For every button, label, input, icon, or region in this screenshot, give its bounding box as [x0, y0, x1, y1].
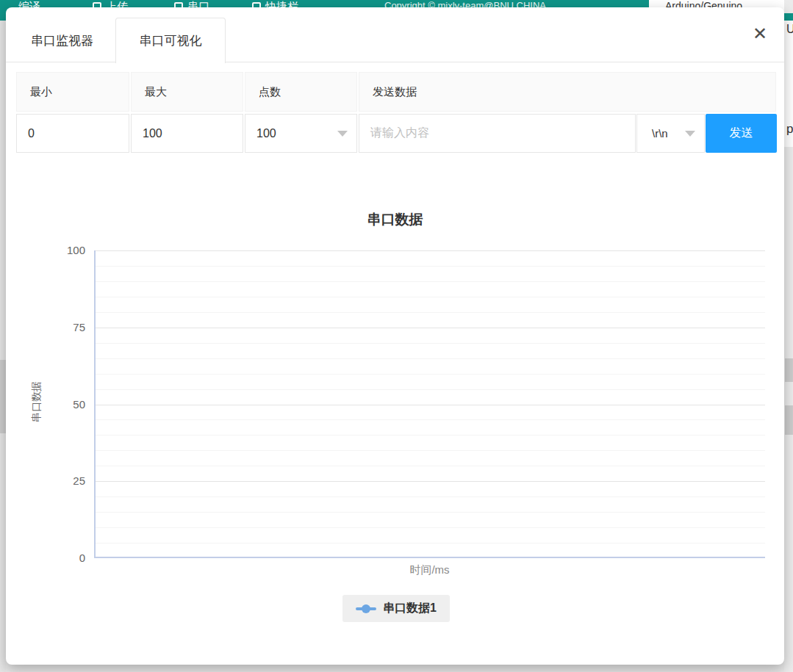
gridline: [96, 543, 765, 543]
y-tick-label: 100: [50, 244, 85, 256]
x-axis-label: 时间/ms: [94, 563, 765, 577]
line-ending-value: \r\n: [652, 127, 668, 140]
y-tick-label: 75: [50, 321, 85, 333]
tab-serial-visualization[interactable]: 串口可视化: [115, 18, 226, 63]
gridline: [96, 297, 765, 297]
header-max: 最大: [131, 72, 243, 112]
points-select[interactable]: 100: [245, 114, 357, 153]
gridline: [96, 496, 765, 497]
header-send-data: 发送数据: [359, 72, 776, 112]
message-input[interactable]: 请输入内容: [359, 114, 636, 153]
serial-dialog: 串口监视器 串口可视化 ✕ 最小 最大 点数 发送数据 0 100 100 请输…: [6, 7, 784, 665]
y-axis-label: 串口数据: [30, 358, 43, 446]
points-value: 100: [256, 127, 276, 140]
legend-item[interactable]: 串口数据1: [342, 595, 450, 622]
y-tick-label: 25: [50, 474, 85, 487]
gridline: [96, 450, 765, 451]
gridline: [96, 405, 765, 405]
gridline: [96, 374, 765, 375]
gridline: [96, 481, 765, 482]
y-tick-label: 50: [50, 398, 85, 411]
scrollbar-thumb[interactable]: [785, 358, 793, 382]
background-edge-left: [0, 21, 6, 672]
chevron-down-icon: [337, 131, 348, 137]
gridline: [96, 435, 765, 436]
min-input[interactable]: 0: [16, 114, 129, 153]
max-input[interactable]: 100: [131, 114, 243, 153]
header-points: 点数: [245, 72, 357, 112]
gridline: [96, 281, 765, 282]
line-series-icon: [356, 604, 376, 613]
gridline: [96, 512, 765, 513]
gridline: [96, 328, 765, 328]
legend-label: 串口数据1: [383, 601, 437, 616]
background-edge: U p: [784, 21, 793, 147]
tab-bar: 串口监视器 串口可视化 ✕: [6, 7, 784, 62]
chevron-down-icon: [685, 131, 695, 137]
line-ending-select[interactable]: \r\n: [636, 114, 705, 153]
clipped-text-u: U: [786, 23, 793, 36]
gridline: [96, 358, 765, 359]
plot-area: [94, 250, 765, 558]
gridline: [96, 419, 765, 420]
chart-title: 串口数据: [6, 210, 784, 229]
y-tick-label: 0: [50, 552, 85, 564]
close-icon[interactable]: ✕: [747, 21, 773, 47]
scrollbar-thumb[interactable]: [0, 360, 6, 433]
send-button[interactable]: 发送: [706, 114, 777, 153]
gridline: [96, 527, 765, 528]
header-min: 最小: [16, 72, 129, 112]
background-corner: [784, 0, 793, 13]
tab-serial-monitor[interactable]: 串口监视器: [9, 18, 115, 63]
gridline: [96, 266, 765, 267]
clipped-text-p: p: [786, 122, 793, 137]
gridline: [96, 343, 765, 344]
gridline: [96, 389, 765, 390]
scrollbar-thumb[interactable]: [785, 405, 793, 435]
gridline: [96, 466, 765, 466]
gridline: [96, 312, 765, 313]
gridline: [96, 250, 765, 251]
